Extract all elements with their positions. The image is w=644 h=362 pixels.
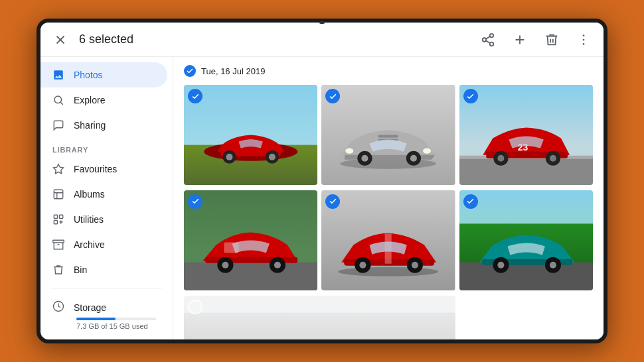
bin-label: Bin xyxy=(74,265,87,275)
albums-label: Albums xyxy=(74,189,105,200)
svg-rect-70 xyxy=(459,263,593,290)
svg-point-32 xyxy=(269,154,276,160)
add-button[interactable] xyxy=(511,30,529,49)
photo-cell-3[interactable]: 23 xyxy=(459,85,593,185)
sidebar-divider xyxy=(51,288,162,288)
svg-point-11 xyxy=(583,43,585,45)
photo-check-empty-7 xyxy=(188,300,202,314)
svg-marker-14 xyxy=(54,164,64,174)
topbar-actions xyxy=(479,30,593,49)
svg-point-75 xyxy=(550,262,556,269)
photo-check-4 xyxy=(188,194,202,209)
svg-point-10 xyxy=(583,38,585,40)
delete-button[interactable] xyxy=(542,30,561,49)
svg-point-51 xyxy=(550,155,556,162)
sidebar-item-photos[interactable]: Photos xyxy=(40,62,167,88)
explore-icon xyxy=(52,94,64,106)
archive-icon xyxy=(52,239,64,251)
library-section-label: LIBRARY xyxy=(40,138,173,156)
photos-label: Photos xyxy=(74,70,103,80)
photo-check-1 xyxy=(188,89,202,103)
svg-point-40 xyxy=(410,155,417,162)
svg-rect-19 xyxy=(60,215,63,218)
svg-point-34 xyxy=(341,158,437,169)
photo-cell-2[interactable] xyxy=(321,85,455,185)
sharing-label: Sharing xyxy=(74,120,106,131)
photo-cell-7[interactable]: 12 xyxy=(184,296,455,339)
sidebar-item-favourites[interactable]: Favourites xyxy=(40,156,167,182)
svg-point-38 xyxy=(362,155,368,162)
topbar-left: 6 selected xyxy=(51,30,133,49)
share-button[interactable] xyxy=(479,30,497,49)
date-header: Tue, 16 Jul 2019 xyxy=(184,65,593,77)
topbar: 6 selected xyxy=(40,23,604,57)
svg-rect-23 xyxy=(53,240,64,243)
photo-grid-row3: 12 xyxy=(184,296,593,339)
photo-cell-1[interactable] xyxy=(184,85,317,185)
svg-point-4 xyxy=(490,42,494,45)
svg-line-13 xyxy=(60,102,62,104)
svg-point-30 xyxy=(226,154,232,160)
svg-point-61 xyxy=(339,267,439,276)
svg-point-2 xyxy=(490,33,494,37)
svg-point-73 xyxy=(497,262,504,269)
svg-point-42 xyxy=(346,149,354,154)
photo-grid-row2 xyxy=(184,190,593,290)
screen: 6 selected xyxy=(40,23,604,339)
sidebar-item-albums[interactable]: Albums xyxy=(40,182,167,207)
date-label: Tue, 16 Jul 2019 xyxy=(201,66,265,76)
photo-grid-row1: 23 xyxy=(184,85,593,185)
bin-icon xyxy=(52,264,64,276)
photos-icon xyxy=(52,69,64,81)
svg-rect-76 xyxy=(184,313,455,339)
sidebar-item-sharing[interactable]: Sharing xyxy=(40,113,167,138)
photo-content: Tue, 16 Jul 2019 xyxy=(173,57,604,339)
storage-bar-fill xyxy=(76,318,116,320)
albums-icon xyxy=(52,188,64,200)
explore-label: Explore xyxy=(74,95,105,105)
archive-label: Archive xyxy=(74,239,105,250)
photo-cell-4[interactable] xyxy=(184,190,317,290)
svg-rect-53 xyxy=(184,263,317,290)
storage-bar-container xyxy=(76,318,156,320)
svg-line-5 xyxy=(486,40,490,43)
svg-point-67 xyxy=(412,262,418,269)
svg-point-12 xyxy=(54,96,62,103)
storage-row: Storage xyxy=(52,300,161,315)
svg-point-65 xyxy=(360,262,366,269)
svg-point-59 xyxy=(274,262,281,269)
main-area: Photos Explore xyxy=(40,57,604,339)
sidebar-item-utilities[interactable]: Utilities xyxy=(40,207,167,232)
storage-used-text: 7.3 GB of 15 GB used xyxy=(76,322,161,330)
svg-rect-35 xyxy=(378,135,398,137)
sidebar-item-archive[interactable]: Archive xyxy=(40,232,167,257)
sidebar-item-explore[interactable]: Explore xyxy=(40,88,167,113)
photo-check-6 xyxy=(463,194,478,209)
svg-point-57 xyxy=(222,262,228,269)
svg-rect-20 xyxy=(54,221,57,224)
selected-count-label: 6 selected xyxy=(79,32,133,46)
sidebar-item-bin[interactable]: Bin xyxy=(40,257,167,282)
favourites-label: Favourites xyxy=(74,164,117,174)
svg-point-3 xyxy=(483,38,487,42)
close-button[interactable] xyxy=(51,30,70,49)
svg-rect-44 xyxy=(459,157,593,185)
svg-rect-15 xyxy=(54,190,63,199)
more-button[interactable] xyxy=(574,30,593,49)
date-check-icon xyxy=(184,65,196,77)
utilities-label: Utilities xyxy=(74,214,104,225)
svg-point-49 xyxy=(497,155,504,162)
favourites-icon xyxy=(52,163,64,175)
svg-line-6 xyxy=(486,36,490,38)
device-frame: 6 selected xyxy=(37,19,607,343)
photo-cell-6[interactable] xyxy=(459,190,593,290)
utilities-icon xyxy=(52,213,64,225)
storage-label: Storage xyxy=(74,302,106,313)
photo-cell-5[interactable] xyxy=(321,190,455,290)
storage-section: Storage 7.3 GB of 15 GB used xyxy=(40,294,173,337)
sidebar: Photos Explore xyxy=(40,57,173,339)
storage-icon xyxy=(52,300,64,315)
photo-check-3 xyxy=(463,89,478,103)
svg-rect-18 xyxy=(54,215,57,218)
svg-point-41 xyxy=(423,149,431,154)
